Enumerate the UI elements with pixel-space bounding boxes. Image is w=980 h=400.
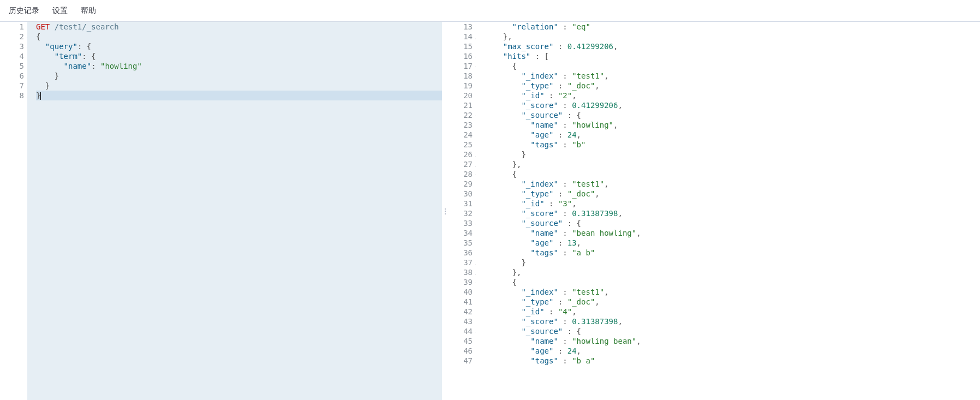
code-token: "4": [558, 307, 572, 316]
code-token: [485, 111, 521, 120]
code-token: [485, 356, 530, 365]
response-line[interactable]: }: [485, 258, 980, 267]
code-token: },: [485, 32, 512, 41]
code-token: : {: [563, 111, 581, 120]
line-number: 7▴: [0, 81, 24, 91]
response-line[interactable]: "_score" : 0.31387398,: [485, 208, 980, 218]
code-token: ,: [604, 180, 608, 188]
request-line[interactable]: }: [36, 91, 442, 100]
menu-settings[interactable]: 设置: [52, 6, 68, 16]
response-line[interactable]: "name" : "howling bean",: [485, 336, 980, 346]
request-line[interactable]: GET /test1/_search: [36, 22, 442, 32]
response-line[interactable]: },: [485, 159, 980, 169]
code-token: [485, 140, 530, 149]
response-line[interactable]: },: [485, 32, 980, 41]
response-line[interactable]: }: [485, 150, 980, 159]
response-line[interactable]: "_type" : "_doc",: [485, 297, 980, 307]
line-number: 14▴: [449, 32, 473, 41]
code-token: ,: [595, 297, 599, 306]
line-number: 31: [449, 199, 473, 208]
response-line[interactable]: "age" : 24,: [485, 130, 980, 140]
code-token: [485, 121, 530, 129]
code-token: "_doc": [567, 297, 595, 306]
response-line[interactable]: {: [485, 61, 980, 71]
response-line[interactable]: "_source" : {: [485, 110, 980, 120]
request-line[interactable]: }: [36, 71, 442, 81]
line-number: 47: [449, 356, 473, 366]
response-line[interactable]: "tags" : "b a": [485, 356, 980, 366]
response-line[interactable]: "_id" : "3",: [485, 199, 980, 208]
response-line[interactable]: "_type" : "_doc",: [485, 81, 980, 91]
code-token: [485, 180, 521, 188]
response-line[interactable]: "_id" : "2",: [485, 91, 980, 100]
response-line[interactable]: "_id" : "4",: [485, 307, 980, 317]
code-token: :: [558, 140, 572, 149]
code-token: [485, 52, 503, 61]
code-token: [485, 209, 521, 218]
workspace: 12▾3▾4▾56▴7▴8▴ GET /test1/_search{ "quer…: [0, 22, 980, 400]
code-token: "name": [530, 229, 558, 237]
response-line[interactable]: "_index" : "test1",: [485, 71, 980, 81]
response-line[interactable]: "_source" : {: [485, 326, 980, 336]
code-token: ,: [595, 81, 599, 90]
code-token: :: [558, 209, 572, 218]
response-line[interactable]: "tags" : "a b": [485, 248, 980, 258]
response-line[interactable]: "age" : 13,: [485, 238, 980, 248]
code-token: "test1": [572, 180, 604, 188]
line-number: 22▾: [449, 110, 473, 120]
code-token: [36, 52, 55, 61]
request-line[interactable]: "query": {: [36, 41, 442, 51]
response-line[interactable]: {: [485, 169, 980, 179]
response-line[interactable]: "name" : "howling",: [485, 120, 980, 130]
request-line[interactable]: "name": "howling": [36, 61, 442, 71]
code-token: :: [553, 81, 567, 90]
code-token: ,: [604, 288, 608, 296]
code-token: "tags": [530, 140, 558, 149]
code-token: }: [485, 150, 526, 159]
line-number: 23: [449, 120, 473, 130]
line-number: 43: [449, 317, 473, 326]
response-line[interactable]: "hits" : [: [485, 51, 980, 61]
response-line[interactable]: "age" : 24,: [485, 346, 980, 356]
request-line[interactable]: {: [36, 32, 442, 41]
response-line[interactable]: "_score" : 0.41299206,: [485, 100, 980, 110]
response-line[interactable]: {: [485, 277, 980, 287]
request-line[interactable]: "term": {: [36, 51, 442, 61]
code-token: :: [553, 238, 567, 247]
code-token: "_id": [521, 307, 544, 316]
code-token: :: [558, 71, 572, 80]
response-editor[interactable]: 1314▴1516▾17▾1819202122▾23242526▴27▴28▾2…: [449, 22, 980, 400]
response-line[interactable]: "tags" : "b": [485, 140, 980, 150]
code-token: "_doc": [567, 189, 595, 198]
response-line[interactable]: "relation" : "eq": [485, 22, 980, 32]
menu-history[interactable]: 历史记录: [9, 6, 39, 16]
code-token: "eq": [572, 22, 590, 31]
response-line[interactable]: "_index" : "test1",: [485, 287, 980, 297]
code-token: "relation": [512, 22, 558, 31]
response-line[interactable]: "_type" : "_doc",: [485, 189, 980, 199]
line-number: 20: [449, 91, 473, 100]
response-line[interactable]: "_index" : "test1",: [485, 179, 980, 189]
code-token: "name": [530, 121, 558, 129]
request-line[interactable]: }: [36, 81, 442, 91]
pane-divider[interactable]: ⋮: [442, 22, 449, 400]
line-number: 1: [0, 22, 24, 32]
menu-help[interactable]: 帮助: [81, 6, 96, 16]
code-token: ,: [618, 209, 622, 218]
code-token: "query": [45, 42, 77, 51]
response-line[interactable]: "name" : "bean howling",: [485, 228, 980, 238]
code-token: "hits": [503, 52, 531, 61]
request-editor[interactable]: 12▾3▾4▾56▴7▴8▴ GET /test1/_search{ "quer…: [0, 22, 442, 400]
line-number: 18: [449, 71, 473, 81]
line-number: 25: [449, 140, 473, 150]
response-line[interactable]: "_score" : 0.31387398,: [485, 317, 980, 326]
code-token: [485, 22, 512, 31]
response-line[interactable]: "_source" : {: [485, 218, 980, 228]
line-number: 39▾: [449, 277, 473, 287]
code-token: : [: [530, 52, 549, 61]
response-line[interactable]: "max_score" : 0.41299206,: [485, 41, 980, 51]
code-token: :: [558, 180, 572, 188]
code-token: "_index": [521, 180, 558, 188]
code-token: }: [485, 258, 526, 267]
response-line[interactable]: },: [485, 267, 980, 277]
